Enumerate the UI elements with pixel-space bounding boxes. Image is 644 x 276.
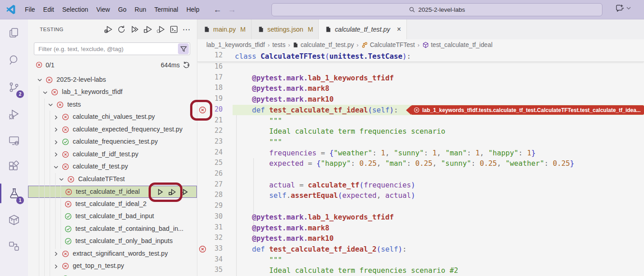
test-label: test_calculate_tf_only_bad_inputs bbox=[75, 237, 173, 244]
chevron-down-icon[interactable] bbox=[47, 101, 54, 108]
chevron-right-icon[interactable] bbox=[52, 114, 60, 121]
copilot-chat-icon bbox=[615, 4, 624, 13]
hierarchy-icon bbox=[8, 240, 20, 253]
tree-indent-guide bbox=[44, 98, 45, 276]
activity-item-source-control[interactable]: 2 bbox=[0, 75, 28, 99]
code-token: } bbox=[570, 159, 574, 168]
code-area[interactable]: 1617 @pytest.mark.lab_1_keywords_tfidf18… bbox=[197, 62, 644, 276]
chevron-right-icon[interactable] bbox=[52, 139, 60, 146]
nav-back-icon[interactable]: ← bbox=[213, 5, 221, 14]
activity-item-remote-explorer[interactable] bbox=[0, 129, 28, 152]
chevron-down-icon[interactable] bbox=[42, 89, 49, 96]
code-line-23: 23 """ bbox=[197, 137, 644, 148]
menu-file[interactable]: File bbox=[21, 0, 39, 19]
activity-item-testing[interactable]: 1 bbox=[0, 182, 28, 205]
menu-view[interactable]: View bbox=[92, 0, 114, 19]
code-token: , bbox=[497, 159, 505, 168]
test-tree-row-calculate_frequencies_test.py[interactable]: calculate_frequencies_test.py bbox=[28, 136, 197, 149]
test-tree-row-lab_1_keywords_tfidf[interactable]: lab_1_keywords_tfidf bbox=[28, 86, 197, 99]
chevron-down-icon[interactable] bbox=[58, 176, 65, 183]
code-text: expected = {"happy": 0.25, "man": 0.25, … bbox=[235, 158, 574, 169]
test-tree-row[interactable] bbox=[28, 272, 197, 276]
code-text: @pytest.mark.mark8 bbox=[235, 83, 329, 94]
code-token: assertEqual bbox=[291, 191, 338, 200]
chevron-down-icon[interactable] bbox=[52, 164, 60, 171]
command-center-search[interactable]: 2025-2-level-labs bbox=[271, 3, 602, 16]
activity-item-run-debug[interactable] bbox=[0, 103, 28, 126]
activity-item-explorer[interactable] bbox=[0, 21, 28, 45]
code-token: "man" bbox=[385, 159, 407, 168]
test-label: calculate_chi_values_test.py bbox=[73, 113, 155, 120]
code-token: , bbox=[433, 159, 441, 168]
refresh-icon[interactable] bbox=[117, 25, 126, 34]
activity-item-containers[interactable] bbox=[0, 208, 28, 232]
code-token: { bbox=[329, 149, 334, 157]
chevron-right-icon[interactable] bbox=[52, 263, 60, 270]
copilot-menu[interactable] bbox=[615, 4, 631, 13]
test-label: CalculateTFTest bbox=[78, 175, 125, 182]
menu-run[interactable]: Run bbox=[131, 0, 150, 19]
chevron-right-icon[interactable] bbox=[52, 151, 60, 158]
code-token: : bbox=[544, 159, 553, 168]
code-token: mark10 bbox=[308, 95, 334, 103]
breadcrumb-item-tests[interactable]: tests bbox=[272, 42, 285, 48]
line-number: 16 bbox=[197, 62, 223, 70]
sticky-scroll-line[interactable]: 12class CalculateTFTest(unittest.TestCas… bbox=[197, 51, 644, 62]
breadcrumb-item-CalculateTFTest[interactable]: CalculateTFTest bbox=[361, 42, 415, 48]
tab-calculate_tf_test.py[interactable]: calculate_tf_test.py× bbox=[319, 19, 407, 39]
run-coverage-icon[interactable] bbox=[156, 25, 165, 34]
code-line-34: 34 """ bbox=[197, 255, 644, 266]
test-tree-row-calculate_chi_values_test.py[interactable]: calculate_chi_values_test.py bbox=[28, 111, 197, 124]
code-token: 1 bbox=[433, 149, 437, 157]
test-tree-row-extract_significant_words_test.py[interactable]: extract_significant_words_test.py bbox=[28, 248, 197, 260]
breadcrumb-item-calculate_tf_test.py[interactable]: calculate_tf_test.py bbox=[293, 42, 354, 48]
menu-edit[interactable]: Edit bbox=[39, 0, 58, 19]
code-text: def test_calculate_tf_ideal(self): bbox=[235, 105, 398, 116]
activity-item-search[interactable] bbox=[0, 48, 28, 72]
filter-toggle-button[interactable] bbox=[178, 43, 189, 54]
menu-go[interactable]: Go bbox=[114, 0, 131, 19]
test-tree-row-2025-2-level-labs[interactable]: 2025-2-level-labs bbox=[28, 74, 197, 86]
chevron-right-icon[interactable] bbox=[52, 126, 60, 133]
output-icon[interactable] bbox=[169, 25, 178, 34]
code-token bbox=[235, 127, 269, 136]
activity-item-hierarchy[interactable] bbox=[0, 234, 28, 258]
code-line-25: 25 expected = {"happy": 0.25, "man": 0.2… bbox=[197, 158, 644, 169]
tab-settings.json[interactable]: settings.jsonM bbox=[252, 19, 319, 39]
test-tree-row-test_calculate_tf_bad_input[interactable]: test_calculate_tf_bad_input bbox=[28, 211, 197, 223]
line-number: 32 bbox=[197, 234, 223, 242]
breadcrumb-separator: › bbox=[267, 42, 270, 48]
breadcrumb-item-lab_1_keywords_tfidf[interactable]: lab_1_keywords_tfidf bbox=[206, 42, 265, 48]
line-number: 30 bbox=[197, 212, 223, 220]
menu-selection[interactable]: Selection bbox=[58, 0, 93, 19]
rerun-icon[interactable] bbox=[182, 61, 191, 69]
test-tree-row-get_top_n_test.py[interactable]: get_top_n_test.py bbox=[28, 260, 197, 273]
menu-help[interactable]: Help bbox=[182, 0, 204, 19]
debug-all-icon[interactable] bbox=[143, 25, 152, 34]
modified-indicator: M bbox=[240, 26, 246, 33]
test-tree-row-calculate_tf_idf_test.py[interactable]: calculate_tf_idf_test.py bbox=[28, 148, 197, 161]
activity-item-extensions[interactable] bbox=[0, 155, 28, 178]
test-tree-row-test_calculate_tf_only_bad_inputs[interactable]: test_calculate_tf_only_bad_inputs bbox=[28, 235, 197, 248]
test-tree-row-tests[interactable]: tests bbox=[28, 98, 197, 111]
test-filter-input[interactable] bbox=[34, 46, 178, 52]
code-token: ( bbox=[368, 106, 373, 114]
run-all-icon[interactable] bbox=[130, 25, 139, 34]
menu-terminal[interactable]: Terminal bbox=[150, 0, 182, 19]
code-token: def bbox=[252, 106, 269, 114]
test-tree-row-calculate_expected_frequency_test.py[interactable]: calculate_expected_frequency_test.py bbox=[28, 123, 197, 136]
chevron-right-icon[interactable] bbox=[52, 250, 60, 257]
chevron-down-icon[interactable] bbox=[36, 76, 43, 84]
test-failed-gutter-icon[interactable] bbox=[199, 245, 206, 253]
code-token: : bbox=[394, 106, 398, 114]
annotation-row-actions-circle bbox=[149, 182, 182, 202]
code-token: = bbox=[303, 159, 317, 168]
nav-forward-icon[interactable]: → bbox=[228, 5, 236, 14]
breadcrumb-item-test_calculate_tf_ideal[interactable]: test_calculate_tf_ideal bbox=[422, 42, 493, 48]
more-actions-icon[interactable]: ⋯ bbox=[182, 25, 191, 34]
close-tab-icon[interactable]: × bbox=[397, 25, 401, 33]
run-failed-icon[interactable] bbox=[104, 25, 113, 34]
tab-main.py[interactable]: main.pyM bbox=[197, 19, 252, 39]
test-tree-row-test_calculate_tf_containing_bad_in...[interactable]: test_calculate_tf_containing_bad_in... bbox=[28, 223, 197, 235]
test-tree-row-calculate_tf_test.py[interactable]: calculate_tf_test.py bbox=[28, 161, 197, 173]
